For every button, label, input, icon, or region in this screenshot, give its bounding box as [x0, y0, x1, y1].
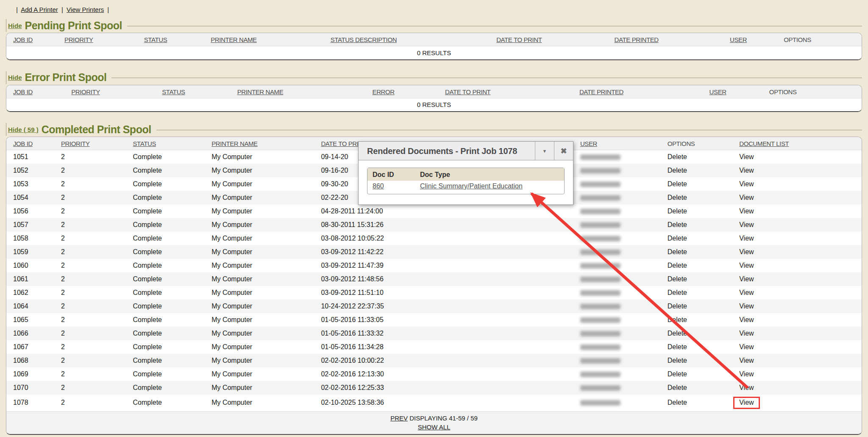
cell-options: Delete: [661, 164, 733, 177]
column-header-status-description[interactable]: STATUS DESCRIPTION: [331, 36, 397, 43]
column-header-user[interactable]: USER: [580, 140, 597, 147]
delete-link[interactable]: Delete: [668, 262, 687, 269]
delete-link[interactable]: Delete: [668, 275, 687, 283]
cell-document-list: View: [732, 232, 862, 245]
delete-link[interactable]: Delete: [668, 207, 687, 215]
column-header-status[interactable]: STATUS: [144, 36, 167, 43]
completed-hide-link[interactable]: Hide ( 59 ): [8, 126, 39, 133]
cell-priority: 2: [54, 381, 126, 395]
view-link[interactable]: View: [739, 316, 754, 323]
cell-status: Complete: [126, 313, 205, 327]
column-header-date-to-print[interactable]: DATE TO PRINT: [496, 36, 542, 43]
column-header-printer-name[interactable]: PRINTER NAME: [211, 140, 258, 147]
error-empty-text: 0 RESULTS: [6, 98, 862, 111]
cell-date-to-print: 02-02-2016 10:00:22: [314, 354, 467, 367]
column-header-status[interactable]: STATUS: [133, 140, 156, 147]
pending-hide-link[interactable]: Hide: [8, 22, 22, 29]
column-header-priority[interactable]: PRIORITY: [61, 140, 90, 147]
view-link[interactable]: View: [739, 207, 754, 215]
show-all-link[interactable]: SHOW ALL: [418, 423, 451, 431]
add-printer-link[interactable]: Add A Printer: [21, 6, 58, 13]
column-header-user[interactable]: USER: [730, 36, 747, 43]
column-header-priority[interactable]: PRIORITY: [71, 88, 100, 95]
column-header-cell-priority: PRIORITY: [58, 33, 137, 46]
delete-link[interactable]: Delete: [668, 316, 687, 323]
dialog-body: Doc ID Doc Type 860 Clinic Summary/Patie…: [359, 160, 573, 204]
cell-priority: 2: [54, 300, 126, 313]
view-link[interactable]: View: [739, 194, 754, 201]
doc-id-link[interactable]: 860: [373, 182, 384, 190]
user-redacted: [580, 236, 620, 241]
view-link[interactable]: View: [739, 357, 754, 364]
cell-options: Delete: [661, 218, 733, 232]
column-header-options: OPTIONS: [784, 36, 811, 43]
column-header-date-to-print[interactable]: DATE TO PRINT: [445, 88, 490, 95]
view-link[interactable]: View: [739, 370, 754, 378]
view-link[interactable]: View: [739, 303, 754, 310]
cell-printer-name: My Computer: [205, 204, 314, 218]
delete-link[interactable]: Delete: [668, 343, 687, 350]
section-rule: [156, 130, 862, 130]
column-header-printer-name[interactable]: PRINTER NAME: [211, 36, 257, 43]
delete-link[interactable]: Delete: [668, 357, 687, 364]
column-header-job-id[interactable]: JOB ID: [13, 140, 33, 147]
cell-user: [573, 272, 661, 286]
delete-link[interactable]: Delete: [668, 303, 687, 310]
view-link[interactable]: View: [739, 153, 754, 160]
column-header-job-id[interactable]: JOB ID: [13, 88, 33, 95]
delete-link[interactable]: Delete: [668, 180, 687, 188]
delete-link[interactable]: Delete: [668, 248, 687, 255]
cell-options: Delete: [661, 232, 733, 245]
dialog-collapse-button[interactable]: ▼: [535, 142, 554, 160]
column-header-date-printed[interactable]: DATE PRINTED: [615, 36, 659, 43]
view-link[interactable]: View: [739, 330, 754, 337]
view-link[interactable]: View: [739, 221, 754, 228]
delete-link[interactable]: Delete: [668, 221, 687, 228]
view-link[interactable]: View: [739, 262, 754, 269]
cell-options: Delete: [661, 150, 733, 164]
cell-options: Delete: [661, 204, 733, 218]
view-link[interactable]: View: [739, 248, 754, 255]
delete-link[interactable]: Delete: [668, 384, 687, 391]
column-header-status[interactable]: STATUS: [162, 88, 185, 95]
view-link[interactable]: View: [739, 289, 754, 296]
delete-link[interactable]: Delete: [668, 289, 687, 296]
delete-link[interactable]: Delete: [668, 399, 687, 406]
dialog-title: Rendered Documents - Print Job 1078: [359, 142, 535, 160]
cell-status: Complete: [126, 327, 205, 340]
dialog-close-button[interactable]: ✖: [554, 142, 573, 160]
column-header-error[interactable]: ERROR: [373, 88, 395, 95]
view-printers-link[interactable]: View Printers: [67, 6, 104, 13]
column-header-cell-job-id: JOB ID: [6, 137, 54, 150]
view-link[interactable]: View: [739, 180, 754, 188]
column-header-user[interactable]: USER: [709, 88, 726, 95]
error-hide-link[interactable]: Hide: [8, 74, 22, 81]
cell-status: Complete: [126, 218, 205, 232]
view-link[interactable]: View: [739, 343, 754, 350]
cell-job-id: 1065: [6, 313, 54, 327]
column-header-document-list[interactable]: DOCUMENT LIST: [739, 140, 789, 147]
doc-type-link[interactable]: Clinic Summary/Patient Education: [420, 182, 523, 190]
delete-link[interactable]: Delete: [668, 167, 687, 174]
cell-options: Delete: [661, 272, 733, 286]
delete-link[interactable]: Delete: [668, 235, 687, 242]
view-link[interactable]: View: [739, 384, 754, 391]
column-header-job-id[interactable]: JOB ID: [13, 36, 33, 43]
view-link[interactable]: View: [739, 167, 754, 174]
view-link-highlighted[interactable]: View: [733, 397, 760, 409]
delete-link[interactable]: Delete: [668, 153, 687, 160]
delete-link[interactable]: Delete: [668, 330, 687, 337]
cell-job-id: 1061: [6, 272, 54, 286]
delete-link[interactable]: Delete: [668, 370, 687, 378]
prev-page-link[interactable]: PREV: [390, 415, 408, 422]
delete-link[interactable]: Delete: [668, 194, 687, 201]
user-redacted: [580, 372, 620, 377]
column-header-printer-name[interactable]: PRINTER NAME: [237, 88, 284, 95]
view-link[interactable]: View: [739, 235, 754, 242]
nav-separator: |: [16, 6, 18, 13]
cell-date-printed: [467, 232, 573, 245]
column-header-priority[interactable]: PRIORITY: [64, 36, 93, 43]
view-link[interactable]: View: [739, 275, 754, 283]
column-header-date-printed[interactable]: DATE PRINTED: [579, 88, 623, 95]
cell-priority: 2: [54, 245, 126, 259]
